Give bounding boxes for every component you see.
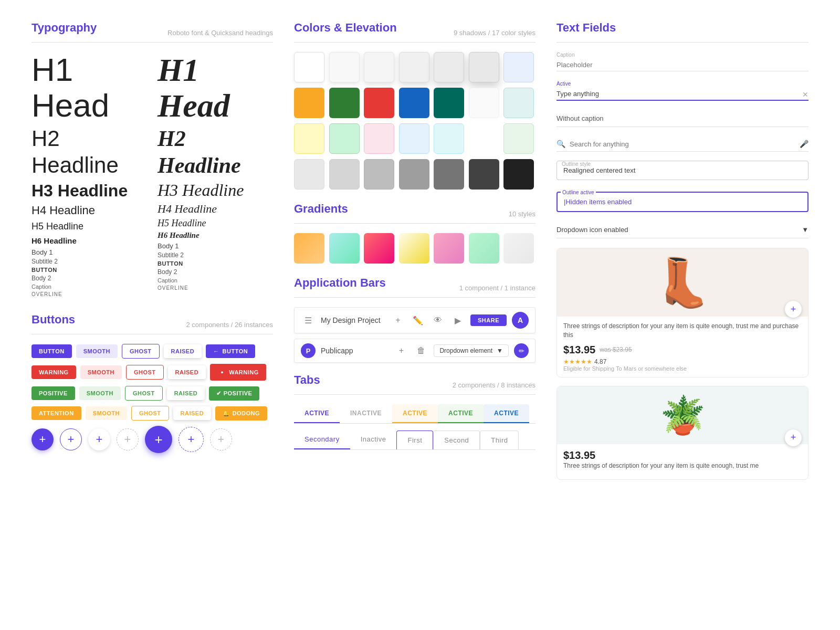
btn-ghost-attention[interactable]: GHOST <box>131 406 169 421</box>
gradients-header: Gradients 10 styles <box>294 202 536 218</box>
caption-qs: Caption <box>158 277 273 284</box>
tab-active-blue[interactable]: ACTIVE <box>294 404 340 423</box>
btn-button-primary[interactable]: BUTTON <box>32 344 72 358</box>
btn-att-badge[interactable]: 🔔 DODONG <box>215 406 267 421</box>
product-stars: ★★★★★ <box>563 358 592 365</box>
btn-smooth-primary[interactable]: SMOOTH <box>76 344 118 358</box>
plus-icon-appbar2[interactable]: + <box>394 343 408 358</box>
swatch-red <box>364 88 394 118</box>
btn-warn-badge[interactable]: ● WARNING <box>210 364 266 381</box>
tab-third-outline[interactable]: Third <box>480 430 519 449</box>
field-caption-input[interactable] <box>556 59 808 71</box>
btn-smooth-warning[interactable]: SMOOTH <box>80 365 122 379</box>
swatch-mint <box>503 88 534 118</box>
typography-title: Typography <box>32 21 97 35</box>
btn-smooth-attention[interactable]: SMOOTH <box>86 406 127 420</box>
clear-icon[interactable]: ✕ <box>802 90 808 99</box>
btn-raised-positive[interactable]: RAISED <box>167 386 205 400</box>
att-bell-icon: 🔔 <box>223 410 230 417</box>
btn-button-positive[interactable]: POSITIVE <box>32 386 75 400</box>
fab-white[interactable]: + <box>88 428 110 450</box>
fab-outline[interactable]: + <box>60 428 82 450</box>
appbars-title: Application Bars <box>294 276 386 290</box>
plus-icon-appbar[interactable]: + <box>391 313 405 328</box>
btn-raised-attention[interactable]: RAISED <box>173 406 212 420</box>
mic-icon[interactable]: 🎤 <box>800 140 808 148</box>
tab-active-green[interactable]: Active <box>438 404 484 423</box>
btn-row-attention: ATTENTION SMOOTH GHOST RAISED 🔔 DODONG <box>32 406 273 421</box>
elevation-swatches <box>294 52 536 82</box>
btn-raised-warning[interactable]: RAISED <box>168 365 206 379</box>
tint-color-swatches <box>294 123 536 154</box>
fab-blue[interactable]: + <box>32 428 54 450</box>
tab-secondary-active[interactable]: Secondary <box>294 430 350 449</box>
gradients-title: Gradients <box>294 202 348 216</box>
buttons-divider <box>32 334 273 334</box>
btn-ghost-positive[interactable]: GHOST <box>125 386 163 401</box>
btn-button-attention[interactable]: ATTENTION <box>32 406 81 420</box>
colors-column: Colors & Elevation 9 shadows / 17 color … <box>294 21 536 488</box>
h5-roboto: H5 Headline <box>32 220 147 233</box>
app-logo-p: P <box>301 343 316 358</box>
tab-first-outline[interactable]: First <box>396 430 433 449</box>
subtitle2-roboto: Subtitle 2 <box>32 258 147 265</box>
btn-prev-primary[interactable]: ← BUTTON <box>206 344 255 358</box>
dropdown-appbar2[interactable]: Dropdown element ▼ <box>434 344 509 357</box>
trash-icon-appbar2[interactable]: 🗑 <box>414 343 428 358</box>
btn-ghost-primary[interactable]: GHOST <box>122 344 160 359</box>
tab-inactive-1[interactable]: INACTIVE <box>340 404 392 423</box>
btn-button-warning[interactable]: WARNING <box>32 365 76 379</box>
tabs-header: Tabs 2 components / 8 instances <box>294 373 536 389</box>
edit-icon-appbar[interactable]: ✏️ <box>411 313 425 328</box>
swatch-teal-light <box>434 123 464 154</box>
tabs-title: Tabs <box>294 373 320 387</box>
appbar-2: P Publicapp + 🗑 Dropdown element ▼ ✏ <box>294 339 536 363</box>
edit-btn-appbar2[interactable]: ✏ <box>514 343 529 358</box>
tab-second-outline[interactable]: Second <box>433 430 480 449</box>
btn-pos-badge[interactable]: ✔ POSITIVE <box>209 386 259 401</box>
product-info-1: Three strings of description for your an… <box>557 317 808 377</box>
overline-qs: OVERLINE <box>158 285 273 291</box>
btn-ghost-warning[interactable]: GHOST <box>126 365 164 380</box>
tab-active-blue2[interactable]: Active <box>484 404 529 423</box>
buttons-section: Buttons 2 components / 26 instances BUTT… <box>32 313 273 453</box>
fab-dotted2[interactable]: + <box>210 428 232 450</box>
gradient-swatches <box>294 233 536 264</box>
field-outline-label: Outline style <box>561 161 592 167</box>
btn-smooth-positive[interactable]: SMOOTH <box>79 386 121 400</box>
swatch-empty-1 <box>469 123 499 154</box>
typography-header: Typography Roboto font & Quicksand headi… <box>32 21 273 37</box>
fab-lg[interactable]: + <box>178 427 204 452</box>
tab-active-orange[interactable]: ACTIVE <box>392 404 438 423</box>
field-nocaption-value: Without caption <box>556 110 808 127</box>
product-fab-plus-2[interactable]: + <box>785 429 802 446</box>
swatch-pink-light <box>364 123 394 154</box>
search-input[interactable] <box>570 140 795 148</box>
share-button[interactable]: SHARE <box>470 314 507 326</box>
swatch-green-light <box>329 123 360 154</box>
swatch-gray-2 <box>329 159 360 190</box>
tab-inactive-2[interactable]: Inactive <box>350 430 397 449</box>
swatch-gray-1 <box>294 159 324 190</box>
eye-icon-appbar[interactable]: 👁 <box>430 313 445 328</box>
colors-subtitle: 9 shadows / 17 color styles <box>454 29 536 37</box>
swatch-gray-7 <box>503 159 534 190</box>
h6-qs: H6 Headline <box>158 231 273 240</box>
play-icon-appbar[interactable]: ▶ <box>450 313 465 328</box>
swatch-offwhite <box>469 88 499 118</box>
btn-raised-primary[interactable]: RAISED <box>164 344 202 358</box>
field-dropdown[interactable]: Dropdown icon enabled ▼ <box>556 222 808 238</box>
product-fab-plus[interactable]: + <box>785 301 802 318</box>
buttons-title: Buttons <box>32 313 75 327</box>
field-outline-active-label: Outline active <box>561 190 596 195</box>
btn-attention-label: DODONG <box>233 410 260 416</box>
field-active-input[interactable] <box>556 88 808 101</box>
fab-filled[interactable]: + <box>145 426 172 453</box>
product-description-2: Three strings of description for your an… <box>563 461 802 470</box>
fab-dotted[interactable]: + <box>117 428 139 450</box>
swatch-yellow-light <box>294 123 324 154</box>
swatch-elevation-4 <box>399 52 429 82</box>
hamburger-icon[interactable]: ☰ <box>301 313 316 328</box>
h6-roboto: H6 Headline <box>32 235 147 246</box>
field-outline-input[interactable] <box>556 161 808 180</box>
